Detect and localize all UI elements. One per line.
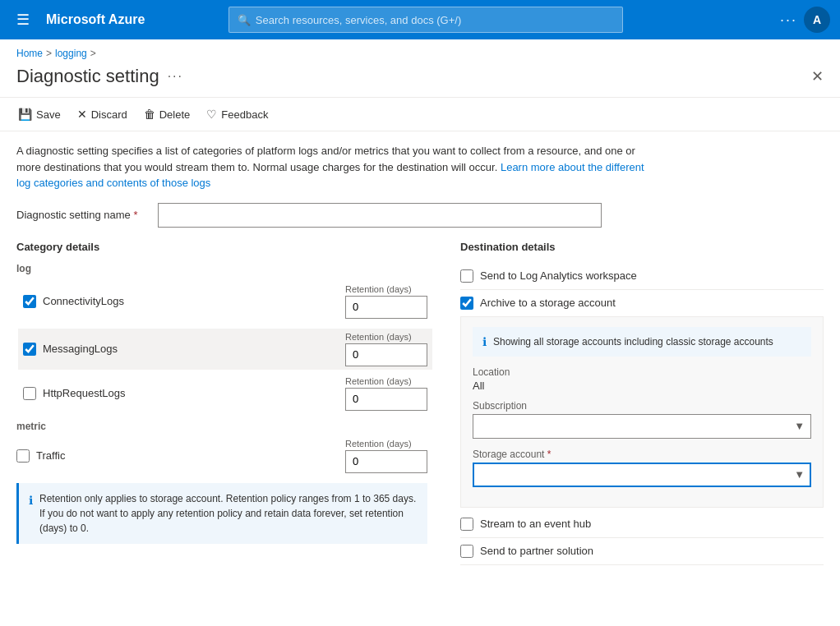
storage-info-icon: ℹ [482,335,487,348]
top-navigation: ☰ Microsoft Azure 🔍 ··· A [0,0,840,39]
search-input[interactable] [256,14,614,26]
diagnostic-name-input[interactable] [158,203,602,228]
feedback-label: Feedback [221,108,268,121]
log-group: log ConnectivityLogs Retention (days) [16,263,427,411]
discard-button[interactable]: ✕ Discard [76,104,129,124]
location-value: All [473,380,811,392]
two-column-layout: Category details log ConnectivityLogs R [16,241,824,565]
traffic-metric-row: Traffic Retention (days) [16,439,427,473]
delete-label: Delete [159,108,191,121]
page-title: Diagnostic setting [16,66,159,87]
subscription-dropdown-wrapper: ▼ [473,414,811,439]
storage-account-select[interactable] [473,463,811,487]
partner-solution-row: Send to partner solution [460,538,824,565]
avatar[interactable]: A [804,7,830,33]
metric-group: metric Traffic Retention (days) [16,421,427,473]
httprequest-retention-input[interactable] [345,388,427,411]
httprequest-checkbox-group: HttpRequestLogs [23,387,329,400]
connectivity-retention-label: Retention (days) [345,284,427,294]
save-button[interactable]: 💾 Save [16,104,62,124]
delete-button[interactable]: 🗑 Delete [142,104,192,124]
discard-icon: ✕ [77,108,87,121]
partner-solution-checkbox[interactable] [460,545,473,558]
log-analytics-label: Send to Log Analytics workspace [480,269,637,282]
storage-account-field: Storage account * ▼ [473,449,811,487]
search-icon: 🔍 [238,14,251,26]
breadcrumb-home[interactable]: Home [16,48,43,59]
traffic-retention-input[interactable] [345,450,427,473]
connectivity-logs-row: ConnectivityLogs Retention (days) [23,281,427,322]
log-analytics-checkbox[interactable] [460,269,473,283]
description-text: A diagnostic setting specifies a list of… [0,131,674,203]
subscription-field: Subscription ▼ [473,400,811,439]
info-icon: ℹ [29,492,33,509]
event-hub-row: Stream to an event hub [460,511,824,538]
connectivity-retention-input[interactable] [345,296,427,319]
location-label: Location [473,366,811,378]
messaging-retention-input[interactable] [345,343,427,366]
storage-account-checkbox[interactable] [460,297,473,310]
diagnostic-name-field: Diagnostic setting name * [16,203,824,228]
subscription-select[interactable] [473,414,811,439]
toolbar: 💾 Save ✕ Discard 🗑 Delete ♡ Feedback [0,97,840,131]
httprequest-retention-label: Retention (days) [345,376,427,386]
httprequest-logs-label: HttpRequestLogs [43,387,125,399]
httprequest-retention-group: Retention (days) [345,376,427,411]
page-header: Diagnostic setting ··· ✕ [0,62,840,97]
httprequest-logs-row: HttpRequestLogs Retention (days) [23,376,427,411]
save-icon: 💾 [18,108,32,121]
feedback-icon: ♡ [206,108,217,121]
event-hub-checkbox[interactable] [460,518,473,531]
breadcrumb-sep2: > [90,48,96,59]
hamburger-menu[interactable]: ☰ [10,7,36,32]
storage-account-label: Archive to a storage account [480,297,616,309]
messaging-logs-label: MessagingLogs [43,343,118,355]
form-area: Diagnostic setting name * Category detai… [0,203,840,582]
messaging-logs-row: MessagingLogs Retention (days) [18,329,432,370]
log-section-label: log [16,263,427,274]
breadcrumb-logging[interactable]: logging [55,48,87,59]
storage-info-banner: ℹ Showing all storage accounts including… [473,327,811,357]
close-button[interactable]: ✕ [811,67,824,85]
traffic-retention-label: Retention (days) [345,439,427,449]
storage-account-expanded: ℹ Showing all storage accounts including… [460,316,824,508]
page-title-row: Diagnostic setting ··· [16,66,183,87]
storage-account-row: Archive to a storage account [460,290,824,316]
subscription-label: Subscription [473,400,811,412]
log-analytics-row: Send to Log Analytics workspace [460,263,824,290]
log-items: ConnectivityLogs Retention (days) [16,281,427,411]
traffic-checkbox[interactable] [16,449,30,463]
destination-details-column: Destination details Send to Log Analytic… [444,241,824,565]
messaging-retention-group: Retention (days) [345,332,427,366]
connectivity-logs-label: ConnectivityLogs [43,295,124,307]
page-ellipsis-button[interactable]: ··· [168,69,183,84]
discard-label: Discard [91,108,127,121]
traffic-label: Traffic [36,449,65,462]
main-container: Home > logging > Diagnostic setting ··· … [0,39,840,626]
category-details-title: Category details [16,241,427,253]
messaging-logs-checkbox[interactable] [23,343,36,356]
connectivity-logs-checkbox[interactable] [23,295,36,308]
breadcrumb: Home > logging > [0,39,840,62]
brand-logo: Microsoft Azure [46,12,145,27]
traffic-checkbox-group: Traffic [16,449,329,463]
destination-details-title: Destination details [460,241,824,253]
nav-more-icon[interactable]: ··· [780,12,797,29]
partner-solution-label: Send to partner solution [480,545,593,557]
search-box[interactable]: 🔍 [228,7,623,33]
storage-account-field-label: Storage account * [473,449,811,460]
delete-icon: 🗑 [144,108,155,121]
metric-section-label: metric [16,421,427,432]
required-indicator: * [133,209,137,221]
save-label: Save [36,108,61,121]
connectivity-checkbox-group: ConnectivityLogs [23,295,329,308]
nav-right: ··· A [780,7,830,33]
storage-required-indicator: * [547,449,552,460]
feedback-button[interactable]: ♡ Feedback [205,104,270,124]
event-hub-label: Stream to an event hub [480,518,591,530]
breadcrumb-sep1: > [46,48,52,59]
httprequest-logs-checkbox[interactable] [23,387,36,400]
storage-info-text: Showing all storage accounts including c… [493,336,773,348]
retention-info-box: ℹ Retention only applies to storage acco… [16,483,427,544]
messaging-retention-label: Retention (days) [345,332,427,342]
